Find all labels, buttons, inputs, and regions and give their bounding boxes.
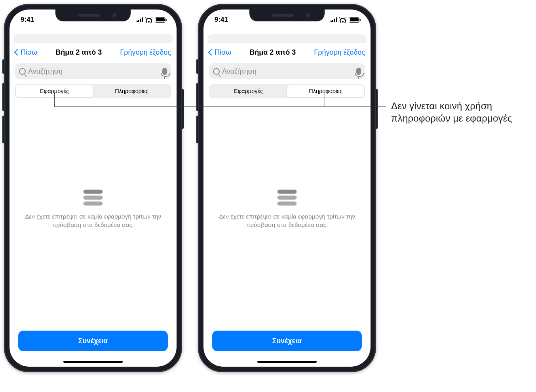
step-title: Βήμα 2 από 3: [55, 48, 102, 57]
quick-exit-button[interactable]: Γρήγορη έξοδος: [120, 48, 171, 57]
nav-bar: Πίσω Βήμα 2 από 3 Γρήγορη έξοδος: [203, 43, 371, 62]
back-label: Πίσω: [21, 48, 37, 57]
continue-button[interactable]: Συνέχεια: [212, 331, 362, 351]
search-icon: [19, 68, 26, 75]
callout-annotation: Δεν γίνεται κοινή χρήση πληροφοριών με ε…: [391, 100, 526, 124]
phone-frame-left: 9:41 Πίσω Βήμα 2 από 3 Γρήγορη έξοδος Α: [4, 4, 182, 372]
empty-state: Δεν έχετε επιτρέψει σε καμία εφαρμογή τρ…: [10, 86, 177, 331]
empty-state: Δεν έχετε επιτρέψει σε καμία εφαρμογή τρ…: [203, 86, 371, 331]
phone-frame-right: 9:41 Πίσω Βήμα 2 από 3 Γρήγορη έξοδος Α: [198, 4, 376, 372]
figure-stage: 9:41 Πίσω Βήμα 2 από 3 Γρήγορη έξοδος Α: [0, 0, 536, 372]
search-placeholder: Αναζήτηση: [222, 67, 257, 76]
home-indicator[interactable]: [10, 358, 177, 367]
search-icon: [213, 68, 220, 75]
stack-icon: [82, 188, 104, 207]
microphone-icon[interactable]: [356, 68, 361, 75]
background-sheet-edge: [203, 29, 371, 43]
stack-icon: [276, 188, 298, 207]
microphone-icon[interactable]: [162, 68, 167, 75]
back-button[interactable]: Πίσω: [15, 48, 37, 57]
back-label: Πίσω: [215, 48, 231, 57]
search-field[interactable]: Αναζήτηση: [15, 63, 171, 79]
nav-bar: Πίσω Βήμα 2 από 3 Γρήγορη έξοδος: [10, 43, 177, 62]
screen-right: 9:41 Πίσω Βήμα 2 από 3 Γρήγορη έξοδος Α: [203, 10, 371, 367]
screen-left: 9:41 Πίσω Βήμα 2 από 3 Γρήγορη έξοδος Α: [10, 10, 177, 367]
continue-button[interactable]: Συνέχεια: [18, 331, 168, 351]
quick-exit-button[interactable]: Γρήγορη έξοδος: [314, 48, 365, 57]
back-button[interactable]: Πίσω: [209, 48, 231, 57]
step-title: Βήμα 2 από 3: [249, 48, 296, 57]
chevron-left-icon: [14, 49, 21, 56]
empty-state-message: Δεν έχετε επιτρέψει σε καμία εφαρμογή τρ…: [217, 213, 357, 229]
empty-state-message: Δεν έχετε επιτρέψει σε καμία εφαρμογή τρ…: [23, 213, 163, 229]
home-indicator[interactable]: [203, 358, 371, 367]
background-sheet-edge: [10, 29, 177, 43]
chevron-left-icon: [208, 49, 215, 56]
search-placeholder: Αναζήτηση: [28, 67, 63, 76]
search-field[interactable]: Αναζήτηση: [209, 63, 365, 79]
